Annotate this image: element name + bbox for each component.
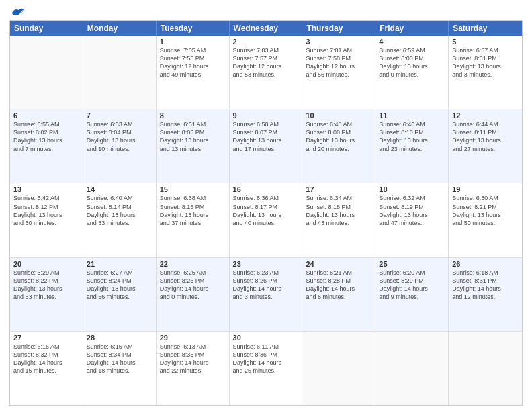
- day-number: 24: [306, 260, 371, 268]
- day-info: Sunrise: 6:25 AM Sunset: 8:25 PM Dayligh…: [160, 269, 226, 302]
- calendar-cell-1-5: 11Sunrise: 6:46 AM Sunset: 8:10 PM Dayli…: [375, 109, 449, 183]
- calendar-cell-2-4: 17Sunrise: 6:34 AM Sunset: 8:18 PM Dayli…: [302, 183, 375, 257]
- day-info: Sunrise: 6:23 AM Sunset: 8:26 PM Dayligh…: [233, 269, 299, 302]
- day-info: Sunrise: 6:20 AM Sunset: 8:29 PM Dayligh…: [379, 269, 445, 302]
- calendar-cell-3-4: 24Sunrise: 6:21 AM Sunset: 8:28 PM Dayli…: [302, 258, 375, 331]
- calendar-cell-1-2: 8Sunrise: 6:51 AM Sunset: 8:05 PM Daylig…: [157, 109, 230, 183]
- day-info: Sunrise: 7:05 AM Sunset: 7:55 PM Dayligh…: [160, 46, 226, 79]
- day-number: 28: [87, 334, 152, 342]
- day-number: 6: [13, 111, 79, 120]
- weekday-header-saturday: Saturday: [449, 21, 522, 36]
- weekday-header-friday: Friday: [375, 21, 449, 36]
- day-info: Sunrise: 6:13 AM Sunset: 8:35 PM Dayligh…: [160, 342, 226, 375]
- day-info: Sunrise: 6:51 AM Sunset: 8:05 PM Dayligh…: [160, 120, 226, 153]
- day-number: 16: [233, 185, 299, 193]
- day-info: Sunrise: 6:18 AM Sunset: 8:31 PM Dayligh…: [452, 269, 519, 302]
- calendar-cell-4-5: [375, 332, 449, 405]
- day-info: Sunrise: 6:11 AM Sunset: 8:36 PM Dayligh…: [233, 342, 299, 375]
- calendar-cell-4-6: [449, 332, 522, 405]
- weekday-header-sunday: Sunday: [10, 21, 83, 36]
- logo: [9, 7, 26, 16]
- calendar-cell-1-1: 7Sunrise: 6:53 AM Sunset: 8:04 PM Daylig…: [83, 109, 157, 183]
- calendar-cell-3-3: 23Sunrise: 6:23 AM Sunset: 8:26 PM Dayli…: [230, 258, 303, 331]
- day-number: 15: [160, 185, 226, 193]
- day-number: 19: [452, 185, 519, 193]
- calendar-row-1: 6Sunrise: 6:55 AM Sunset: 8:02 PM Daylig…: [10, 109, 522, 183]
- day-info: Sunrise: 6:27 AM Sunset: 8:24 PM Dayligh…: [87, 269, 152, 302]
- day-number: 27: [13, 334, 79, 342]
- calendar-cell-3-5: 25Sunrise: 6:20 AM Sunset: 8:29 PM Dayli…: [375, 258, 449, 331]
- day-info: Sunrise: 6:44 AM Sunset: 8:11 PM Dayligh…: [452, 120, 519, 153]
- calendar-cell-0-0: [10, 36, 83, 109]
- day-info: Sunrise: 6:15 AM Sunset: 8:34 PM Dayligh…: [87, 342, 152, 375]
- day-info: Sunrise: 6:16 AM Sunset: 8:32 PM Dayligh…: [13, 342, 79, 375]
- calendar-row-0: 1Sunrise: 7:05 AM Sunset: 7:55 PM Daylig…: [10, 36, 522, 109]
- calendar-cell-3-6: 26Sunrise: 6:18 AM Sunset: 8:31 PM Dayli…: [449, 258, 522, 331]
- day-info: Sunrise: 6:42 AM Sunset: 8:12 PM Dayligh…: [13, 194, 79, 227]
- calendar-cell-3-1: 21Sunrise: 6:27 AM Sunset: 8:24 PM Dayli…: [83, 258, 157, 331]
- calendar-cell-0-4: 3Sunrise: 7:01 AM Sunset: 7:58 PM Daylig…: [302, 36, 375, 109]
- calendar-cell-2-6: 19Sunrise: 6:30 AM Sunset: 8:21 PM Dayli…: [449, 183, 522, 257]
- calendar-cell-0-5: 4Sunrise: 6:59 AM Sunset: 8:00 PM Daylig…: [375, 36, 449, 109]
- day-number: 30: [233, 334, 299, 342]
- calendar-cell-1-0: 6Sunrise: 6:55 AM Sunset: 8:02 PM Daylig…: [10, 109, 83, 183]
- day-number: 14: [87, 185, 152, 193]
- calendar-row-4: 27Sunrise: 6:16 AM Sunset: 8:32 PM Dayli…: [10, 331, 522, 405]
- day-number: 9: [233, 111, 299, 120]
- day-number: 2: [233, 38, 299, 46]
- calendar-body: 1Sunrise: 7:05 AM Sunset: 7:55 PM Daylig…: [10, 36, 522, 405]
- calendar-cell-0-2: 1Sunrise: 7:05 AM Sunset: 7:55 PM Daylig…: [157, 36, 230, 109]
- day-number: 25: [379, 260, 445, 268]
- day-number: 17: [306, 185, 371, 193]
- day-info: Sunrise: 6:32 AM Sunset: 8:19 PM Dayligh…: [379, 194, 445, 227]
- day-number: 7: [87, 111, 152, 120]
- day-number: 3: [306, 38, 371, 46]
- day-info: Sunrise: 6:46 AM Sunset: 8:10 PM Dayligh…: [379, 120, 445, 153]
- day-number: 11: [379, 111, 445, 120]
- day-info: Sunrise: 6:36 AM Sunset: 8:17 PM Dayligh…: [233, 194, 299, 227]
- header: [9, 7, 523, 16]
- calendar-cell-0-1: [83, 36, 157, 109]
- day-info: Sunrise: 6:29 AM Sunset: 8:22 PM Dayligh…: [13, 269, 79, 302]
- calendar-cell-4-4: [302, 332, 375, 405]
- calendar-cell-3-0: 20Sunrise: 6:29 AM Sunset: 8:22 PM Dayli…: [10, 258, 83, 331]
- calendar-cell-2-1: 14Sunrise: 6:40 AM Sunset: 8:14 PM Dayli…: [83, 183, 157, 257]
- calendar: SundayMondayTuesdayWednesdayThursdayFrid…: [9, 20, 523, 406]
- calendar-cell-4-0: 27Sunrise: 6:16 AM Sunset: 8:32 PM Dayli…: [10, 332, 83, 405]
- day-number: 12: [452, 111, 519, 120]
- calendar-cell-3-2: 22Sunrise: 6:25 AM Sunset: 8:25 PM Dayli…: [157, 258, 230, 331]
- day-number: 18: [379, 185, 445, 193]
- day-info: Sunrise: 6:38 AM Sunset: 8:15 PM Dayligh…: [160, 194, 226, 227]
- day-number: 13: [13, 185, 79, 193]
- calendar-header: SundayMondayTuesdayWednesdayThursdayFrid…: [10, 21, 522, 36]
- calendar-row-2: 13Sunrise: 6:42 AM Sunset: 8:12 PM Dayli…: [10, 183, 522, 257]
- day-number: 29: [160, 334, 226, 342]
- calendar-cell-4-3: 30Sunrise: 6:11 AM Sunset: 8:36 PM Dayli…: [230, 332, 303, 405]
- calendar-cell-1-3: 9Sunrise: 6:50 AM Sunset: 8:07 PM Daylig…: [230, 109, 303, 183]
- day-info: Sunrise: 6:59 AM Sunset: 8:00 PM Dayligh…: [379, 46, 445, 79]
- day-info: Sunrise: 6:48 AM Sunset: 8:08 PM Dayligh…: [306, 120, 371, 153]
- calendar-cell-2-5: 18Sunrise: 6:32 AM Sunset: 8:19 PM Dayli…: [375, 183, 449, 257]
- day-number: 22: [160, 260, 226, 268]
- day-number: 20: [13, 260, 79, 268]
- day-info: Sunrise: 6:55 AM Sunset: 8:02 PM Dayligh…: [13, 120, 79, 153]
- day-number: 26: [452, 260, 519, 268]
- day-info: Sunrise: 6:53 AM Sunset: 8:04 PM Dayligh…: [87, 120, 152, 153]
- calendar-cell-0-6: 5Sunrise: 6:57 AM Sunset: 8:01 PM Daylig…: [449, 36, 522, 109]
- calendar-cell-2-2: 15Sunrise: 6:38 AM Sunset: 8:15 PM Dayli…: [157, 183, 230, 257]
- calendar-cell-0-3: 2Sunrise: 7:03 AM Sunset: 7:57 PM Daylig…: [230, 36, 303, 109]
- day-info: Sunrise: 6:21 AM Sunset: 8:28 PM Dayligh…: [306, 269, 371, 302]
- day-number: 8: [160, 111, 226, 120]
- day-number: 23: [233, 260, 299, 268]
- day-number: 4: [379, 38, 445, 46]
- calendar-cell-1-4: 10Sunrise: 6:48 AM Sunset: 8:08 PM Dayli…: [302, 109, 375, 183]
- day-number: 21: [87, 260, 152, 268]
- day-info: Sunrise: 6:34 AM Sunset: 8:18 PM Dayligh…: [306, 194, 371, 227]
- weekday-header-tuesday: Tuesday: [157, 21, 230, 36]
- calendar-row-3: 20Sunrise: 6:29 AM Sunset: 8:22 PM Dayli…: [10, 257, 522, 331]
- weekday-header-wednesday: Wednesday: [230, 21, 303, 36]
- day-number: 10: [306, 111, 371, 120]
- calendar-cell-4-2: 29Sunrise: 6:13 AM Sunset: 8:35 PM Dayli…: [157, 332, 230, 405]
- day-info: Sunrise: 6:40 AM Sunset: 8:14 PM Dayligh…: [87, 194, 152, 227]
- day-info: Sunrise: 7:03 AM Sunset: 7:57 PM Dayligh…: [233, 46, 299, 79]
